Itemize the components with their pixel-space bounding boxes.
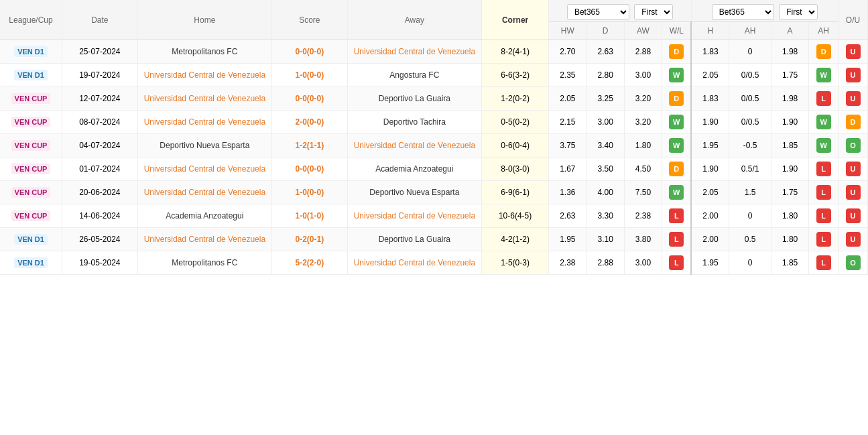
cell-league: VEN CUP	[0, 158, 62, 181]
cell-h: 2.00	[691, 228, 729, 251]
cell-h: 2.05	[691, 181, 729, 204]
cell-aw: 4.50	[624, 158, 662, 181]
cell-date: 04-07-2024	[62, 134, 138, 158]
col-d: D	[586, 22, 624, 40]
ou-badge: O	[846, 138, 861, 153]
ou-badge: U	[846, 232, 861, 247]
cell-aw: 7.50	[624, 181, 662, 204]
cell-d: 4.00	[586, 181, 624, 204]
ah2-badge: W	[816, 138, 831, 153]
league-badge[interactable]: VEN CUP	[11, 93, 51, 104]
cell-a: 1.85	[771, 134, 808, 158]
cell-ah2: D	[809, 40, 839, 64]
cell-h: 1.95	[691, 251, 729, 275]
cell-home: Universidad Central de Venezuela	[137, 158, 271, 181]
league-badge[interactable]: VEN CUP	[11, 210, 51, 221]
cell-home: Academia Anzoategui	[137, 204, 271, 228]
cell-date: 25-07-2024	[62, 40, 138, 64]
cell-wl: L	[662, 204, 692, 228]
cell-league: VEN CUP	[0, 134, 62, 158]
cell-wl: W	[662, 64, 692, 87]
cell-wl: W	[662, 111, 692, 134]
col-ah1: AH	[729, 22, 771, 40]
cell-home: Deportivo Nueva Esparta	[137, 134, 271, 158]
cell-aw: 3.80	[624, 228, 662, 251]
cell-ah2: W	[809, 134, 839, 158]
cell-away: Angostura FC	[347, 64, 481, 87]
first-select-2[interactable]: FirstLast	[779, 4, 818, 20]
cell-aw: 3.00	[624, 251, 662, 275]
cell-date: 01-07-2024	[62, 158, 138, 181]
cell-ou: O	[839, 134, 868, 158]
cell-ou: U	[839, 181, 868, 204]
cell-wl: W	[662, 181, 692, 204]
cell-corner: 8-2(4-1)	[482, 40, 549, 64]
cell-d: 3.10	[586, 228, 624, 251]
cell-ah2: W	[809, 64, 839, 87]
cell-corner: 6-9(6-1)	[482, 181, 549, 204]
bet365-select-1[interactable]: Bet365PinnacleWilliam Hill	[567, 4, 629, 20]
cell-a: 1.85	[771, 251, 808, 275]
col-group-odds2: Bet365PinnacleWilliam Hill FirstLast	[691, 0, 838, 22]
league-badge[interactable]: VEN D1	[14, 234, 48, 245]
col-h: H	[691, 22, 729, 40]
first-select-1[interactable]: FirstLast	[634, 4, 673, 20]
cell-score: 0-0(0-0)	[272, 158, 348, 181]
cell-wl: D	[662, 158, 692, 181]
cell-ah2: L	[809, 158, 839, 181]
cell-a: 1.75	[771, 181, 808, 204]
cell-wl: D	[662, 87, 692, 111]
cell-a: 1.80	[771, 204, 808, 228]
wl-badge: D	[669, 44, 684, 59]
wl-badge: W	[669, 185, 684, 200]
cell-hw: 2.70	[549, 40, 586, 64]
wl-badge: L	[669, 208, 684, 223]
cell-d: 3.25	[586, 87, 624, 111]
cell-league: VEN CUP	[0, 181, 62, 204]
cell-date: 19-05-2024	[62, 251, 138, 275]
cell-score: 0-0(0-0)	[272, 87, 348, 111]
cell-hw: 1.67	[549, 158, 586, 181]
cell-h: 1.90	[691, 111, 729, 134]
league-badge[interactable]: VEN D1	[14, 257, 48, 268]
bet365-select-2[interactable]: Bet365PinnacleWilliam Hill	[712, 4, 774, 20]
league-badge[interactable]: VEN CUP	[11, 117, 51, 127]
league-badge[interactable]: VEN CUP	[11, 187, 51, 198]
cell-h: 1.83	[691, 40, 729, 64]
cell-h: 2.00	[691, 204, 729, 228]
cell-hw: 2.63	[549, 204, 586, 228]
wl-badge: D	[669, 162, 684, 176]
wl-badge: W	[669, 138, 684, 153]
cell-aw: 3.20	[624, 87, 662, 111]
wl-badge: L	[669, 255, 684, 270]
cell-date: 14-06-2024	[62, 204, 138, 228]
ou-badge: D	[846, 115, 861, 129]
cell-away: Deportivo Tachira	[347, 111, 481, 134]
ah2-badge: L	[816, 232, 831, 247]
wl-badge: L	[669, 232, 684, 247]
cell-date: 26-05-2024	[62, 228, 138, 251]
ou-badge: U	[846, 91, 861, 106]
cell-score: 2-0(0-0)	[272, 111, 348, 134]
cell-hw: 2.15	[549, 111, 586, 134]
league-badge[interactable]: VEN D1	[14, 70, 48, 80]
cell-ah: 0	[729, 251, 771, 275]
cell-ou: D	[839, 111, 868, 134]
league-badge[interactable]: VEN D1	[14, 46, 48, 57]
league-badge[interactable]: VEN CUP	[11, 164, 51, 174]
cell-d: 2.63	[586, 40, 624, 64]
cell-aw: 3.00	[624, 64, 662, 87]
cell-league: VEN D1	[0, 251, 62, 275]
col-a: A	[771, 22, 808, 40]
cell-hw: 2.35	[549, 64, 586, 87]
cell-corner: 0-5(0-2)	[482, 111, 549, 134]
cell-hw: 2.05	[549, 87, 586, 111]
cell-corner: 10-6(4-5)	[482, 204, 549, 228]
cell-hw: 2.38	[549, 251, 586, 275]
cell-score: 1-0(0-0)	[272, 64, 348, 87]
league-badge[interactable]: VEN CUP	[11, 140, 51, 151]
ah2-badge: L	[816, 208, 831, 223]
cell-league: VEN D1	[0, 228, 62, 251]
cell-date: 08-07-2024	[62, 111, 138, 134]
cell-aw: 2.38	[624, 204, 662, 228]
